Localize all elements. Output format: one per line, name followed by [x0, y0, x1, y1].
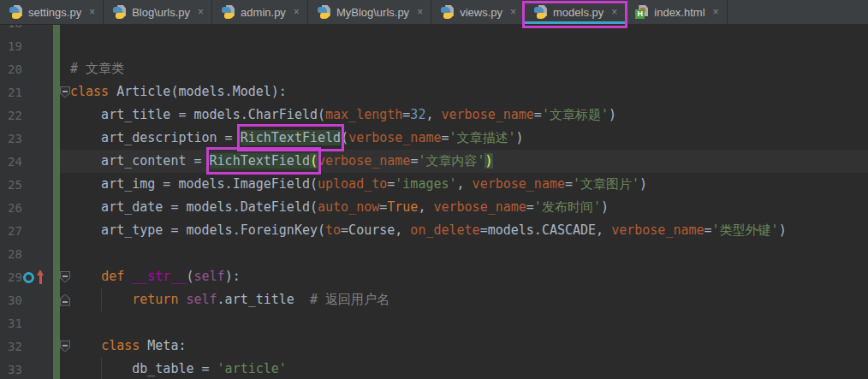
code-line-23: 23 art_description = RichTextField(verbo… [0, 127, 868, 150]
fold-column [60, 294, 70, 306]
code-token [70, 338, 101, 353]
tab-MyBlog\urls.py[interactable]: MyBlog\urls.py× [308, 0, 431, 24]
code-token: '文章图片' [573, 176, 639, 192]
code-line-21: 21class Article(models.Model): [0, 80, 868, 104]
line-number[interactable]: 31 [0, 317, 53, 330]
code-line-25: 25 art_img = models.ImageField(upload_to… [0, 173, 868, 196]
line-number[interactable]: 30 [0, 293, 53, 307]
code-text[interactable]: db_table = 'article' [70, 358, 868, 379]
code-token: verbose_name [433, 199, 526, 215]
code-lines: 181920# 文章类21class Article(models.Model)… [0, 11, 868, 379]
code-token: art_description = [70, 130, 241, 145]
code-line-26: 26 art_date = models.DateField(auto_now=… [0, 196, 868, 219]
code-token: models.CASCADE [488, 222, 596, 238]
tab-label: settings.py [28, 6, 81, 19]
file-page-shape [538, 5, 547, 16]
code-editor[interactable]: 181920# 文章类21class Article(models.Model)… [0, 0, 868, 379]
code-token: '发布时间' [534, 199, 601, 215]
code-token: return [132, 292, 178, 307]
file-page-shape [14, 5, 22, 16]
code-token: verbose_name [441, 107, 533, 122]
line-number[interactable]: 19 [0, 39, 53, 53]
code-token: = [526, 199, 534, 215]
line-number[interactable]: 26 [0, 201, 53, 215]
code-token: , [425, 107, 441, 122]
code-text[interactable]: art_img = models.ImageField(upload_to='i… [70, 173, 868, 196]
python-file-icon [9, 5, 23, 19]
code-line-19: 19 [0, 34, 868, 57]
line-number[interactable]: 28 [0, 247, 53, 261]
code-token: ) [485, 153, 492, 169]
override-method-icon[interactable] [23, 270, 45, 285]
line-number[interactable]: 21 [0, 86, 53, 99]
code-token: Article(models.Model): [109, 84, 287, 99]
tab-admin.py[interactable]: admin.py× [212, 0, 308, 24]
line-number[interactable]: 22 [0, 109, 53, 122]
tab-index.html[interactable]: Hindex.html× [626, 0, 727, 24]
code-token: self [194, 269, 225, 284]
code-token: , [418, 199, 433, 215]
code-text[interactable]: art_content = RichTextField(verbose_name… [70, 150, 868, 173]
code-token: = [480, 222, 488, 238]
fold-column [60, 271, 70, 283]
tab-views.py[interactable]: views.py× [431, 0, 525, 24]
code-token: '文章内容' [418, 153, 485, 169]
fold-marker-start[interactable] [60, 86, 70, 98]
code-text[interactable]: def __str__(self): [70, 265, 868, 288]
code-text[interactable]: art_description = RichTextField(verbose_… [70, 127, 868, 150]
code-token: verbose_name [611, 222, 704, 238]
code-token: ) [639, 176, 647, 192]
code-token: def [101, 269, 124, 284]
line-number[interactable]: 24 [0, 155, 53, 169]
tab-close-icon[interactable]: × [510, 6, 516, 18]
code-token: '文章标题' [542, 107, 609, 122]
code-token: # 返回用户名 [310, 292, 389, 307]
line-number[interactable]: 33 [0, 363, 53, 376]
code-token: to [325, 222, 341, 238]
tab-close-icon[interactable]: × [198, 6, 204, 18]
line-number[interactable]: 25 [0, 178, 53, 192]
code-token: auto_now [318, 199, 379, 215]
fold-marker-end[interactable] [60, 294, 70, 306]
line-number[interactable]: 27 [0, 224, 53, 238]
tab-close-icon[interactable]: × [611, 6, 617, 18]
code-token: self [186, 292, 217, 307]
code-token: = [442, 130, 449, 145]
tab-settings.py[interactable]: settings.py× [0, 0, 104, 24]
code-token: , [596, 222, 611, 238]
html-badge: H [635, 9, 645, 19]
code-text[interactable]: art_type = models.ForeignKey(to=Course, … [70, 219, 868, 242]
html-file-icon: H [635, 5, 649, 19]
python-file-icon [534, 5, 548, 19]
code-text[interactable]: return self.art_title # 返回用户名 [70, 288, 868, 311]
annotation-box: RichTextField( [210, 150, 318, 173]
fold-marker-start[interactable] [60, 341, 70, 352]
code-line-20: 20# 文章类 [0, 57, 868, 80]
tab-label: views.py [460, 6, 502, 19]
tab-Blog\urls.py[interactable]: Blog\urls.py× [104, 0, 212, 24]
tab-close-icon[interactable]: × [417, 6, 423, 18]
code-token: , [395, 222, 410, 238]
fold-marker-start[interactable] [60, 271, 70, 283]
python-file-icon [113, 5, 127, 19]
code-text[interactable]: # 文章类 [70, 57, 868, 80]
editor-tab-bar: settings.py×Blog\urls.py×admin.py×MyBlog… [0, 0, 868, 25]
tab-models.py[interactable]: models.py× [525, 0, 626, 24]
code-text[interactable]: art_date = models.DateField(auto_now=Tru… [70, 196, 868, 219]
line-number[interactable]: 20 [0, 62, 53, 76]
code-line-27: 27 art_type = models.ForeignKey(to=Cours… [0, 219, 868, 242]
tab-close-icon[interactable]: × [89, 6, 95, 18]
tab-close-icon[interactable]: × [294, 6, 300, 18]
fold-column [60, 341, 70, 352]
tab-close-icon[interactable]: × [713, 6, 719, 18]
line-number[interactable]: 32 [0, 340, 53, 353]
code-line-29: 29 def __str__(self): [0, 265, 868, 288]
file-page-shape [445, 5, 454, 16]
line-number[interactable]: 23 [0, 132, 53, 145]
code-token: , [457, 176, 473, 192]
code-text[interactable]: class Meta: [70, 335, 868, 358]
code-line-28: 28 [0, 242, 868, 265]
code-text[interactable]: class Article(models.Model): [70, 80, 868, 104]
code-text[interactable]: art_title = models.CharField(max_length=… [70, 104, 868, 127]
code-token [124, 269, 132, 284]
